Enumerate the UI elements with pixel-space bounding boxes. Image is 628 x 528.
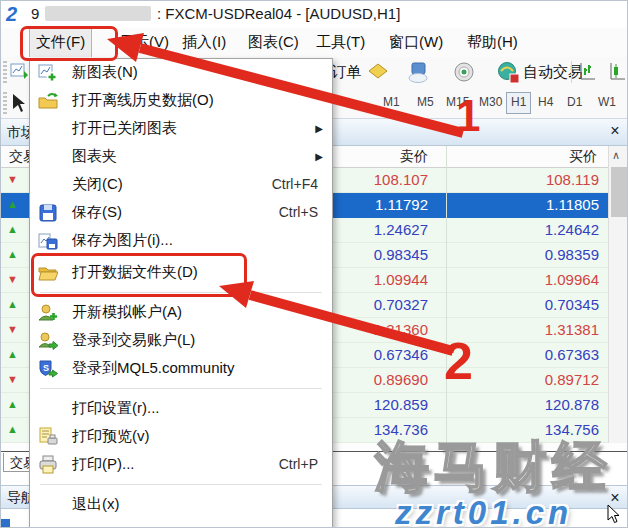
account-number: 9	[31, 5, 39, 22]
candlestick-type-icon[interactable]	[607, 61, 627, 83]
metaeditor-icon[interactable]	[407, 61, 431, 83]
menu-item-label: 登录到MQL5.community	[72, 359, 235, 378]
mouse-cursor	[606, 504, 622, 524]
cursor-tool-icon[interactable]	[10, 93, 28, 113]
save-picture-icon	[38, 231, 58, 251]
new-chart-toolbar-icon[interactable]	[10, 61, 30, 81]
mt4-window: 2 9 : FXCM-USDReal04 - [AUDUSD,H1] 文件(F)…	[0, 0, 628, 528]
mt4-logo-icon: 2	[6, 3, 17, 26]
sell-price: 1.31360	[374, 321, 428, 338]
menu-charts[interactable]: 图表(C)	[248, 28, 299, 56]
timeframe-m1[interactable]: M1	[379, 92, 404, 112]
menu-tools[interactable]: 工具(T)	[316, 28, 365, 56]
watermark-url: zzrt01.cn	[395, 494, 572, 528]
menu-item-label: 打印设置(r)...	[72, 399, 160, 418]
menu-item-close[interactable]: 关闭(C) Ctrl+F4	[30, 171, 332, 199]
menu-item-label: 登录到交易账户(L)	[72, 331, 195, 350]
bar-chart-type-icon[interactable]	[577, 61, 597, 83]
tick-up-icon: ▲	[7, 298, 18, 310]
menu-help[interactable]: 帮助(H)	[467, 28, 518, 56]
menu-item-save-as-picture[interactable]: 保存为图片(i)...	[30, 227, 332, 255]
sell-price: 0.89690	[374, 371, 428, 388]
autotrading-button[interactable]: 自动交易	[523, 63, 583, 82]
menu-shortcut: Ctrl+F4	[272, 176, 318, 192]
new-chart-icon	[38, 63, 58, 83]
menu-item-print-preview[interactable]: 打印预览(v)	[30, 423, 332, 451]
print-preview-icon	[38, 427, 58, 447]
menu-item-login-mql5[interactable]: S 登录到MQL5.community	[30, 355, 332, 383]
buy-price: 0.98359	[545, 246, 599, 263]
scroll-up-icon[interactable]: ∧	[612, 149, 620, 162]
buy-price: 1.31381	[545, 321, 599, 338]
submenu-arrow-icon: ▶	[315, 151, 323, 162]
tick-down-icon: ▼	[7, 273, 18, 285]
buy-price: 108.119	[546, 171, 599, 188]
menu-item-open-offline[interactable]: 打开离线历史数据(O)	[30, 87, 332, 115]
menu-item-label: 新图表(N)	[72, 63, 138, 82]
menu-item-label: 开新模拟帐户(A)	[72, 303, 182, 322]
menu-item-save[interactable]: 保存(S) Ctrl+S	[30, 199, 332, 227]
navigator-selected-item[interactable]	[1, 519, 10, 528]
scrollbar-thumb[interactable]	[611, 167, 627, 217]
menu-item-label: 打印预览(v)	[72, 427, 150, 446]
open-offline-folder-icon	[38, 91, 58, 111]
sell-price: 0.98345	[374, 246, 428, 263]
mql5-icon: S	[38, 359, 58, 379]
menu-item-open-closed-charts[interactable]: 打开已关闭图表 ▶	[30, 115, 332, 143]
sell-price: 120.859	[374, 396, 428, 413]
sell-price: 0.67346	[374, 346, 428, 363]
new-order-icon[interactable]	[367, 61, 389, 83]
menu-item-print-setup[interactable]: 打印设置(r)...	[30, 395, 332, 423]
tick-down-icon: ▼	[7, 173, 18, 185]
timeframe-d1[interactable]: D1	[563, 92, 586, 112]
tick-up-icon: ▲	[7, 198, 18, 210]
timeframe-w1[interactable]: W1	[594, 92, 620, 112]
annotation-step-1: 1	[456, 91, 480, 141]
buy-price: 1.24642	[545, 221, 599, 238]
menu-separator	[30, 383, 332, 395]
menu-shortcut: Ctrl+S	[279, 204, 318, 220]
menu-item-new-chart[interactable]: 新图表(N)	[30, 59, 332, 87]
timeframe-h1[interactable]: H1	[506, 92, 531, 114]
new-account-icon	[38, 303, 58, 323]
column-divider	[446, 146, 447, 443]
timeframe-h4[interactable]: H4	[534, 92, 557, 112]
window-title: : FXCM-USDReal04 - [AUDUSD,H1]	[157, 5, 400, 22]
buy-price: 0.70345	[545, 296, 599, 313]
menu-item-login-trade-account[interactable]: 登录到交易账户(L)	[30, 327, 332, 355]
annotation-box-open-data-folder	[31, 253, 247, 297]
menu-item-exit[interactable]: 退出(x)	[30, 491, 332, 519]
menu-item-open-demo-account[interactable]: 开新模拟帐户(A)	[30, 299, 332, 327]
timeframe-m5[interactable]: M5	[413, 92, 438, 112]
tick-up-icon: ▲	[7, 348, 18, 360]
menu-item-label: 打印(P)...	[72, 455, 135, 474]
menu-item-label: 打开离线历史数据(O)	[72, 91, 214, 110]
new-order-button[interactable]: 订单	[331, 63, 361, 82]
tick-down-icon: ▼	[7, 323, 18, 335]
svg-text:S: S	[43, 363, 49, 373]
annotation-step-2: 2	[444, 331, 473, 391]
toolbar-grip[interactable]	[3, 61, 7, 83]
print-icon	[38, 455, 58, 475]
menu-separator	[30, 479, 332, 491]
tick-up-icon: ▲	[7, 223, 18, 235]
close-icon[interactable]: ×	[607, 122, 623, 140]
menu-item-label: 打开已关闭图表	[72, 119, 177, 138]
menu-shortcut: Ctrl+P	[279, 456, 318, 472]
menu-insert[interactable]: 插入(I)	[182, 28, 226, 56]
menu-item-print[interactable]: 打印(P)... Ctrl+P	[30, 451, 332, 479]
menu-item-label: 退出(x)	[72, 495, 120, 514]
column-sell[interactable]: 卖价	[400, 148, 428, 166]
menu-item-profiles[interactable]: 图表夹 ▶	[30, 143, 332, 171]
symbol-combo-dropdown-icon[interactable]: ▼	[345, 100, 353, 109]
tick-up-icon: ▲	[7, 398, 18, 410]
menu-window[interactable]: 窗口(W)	[389, 28, 443, 56]
login-account-icon	[38, 331, 58, 351]
menu-item-label: 关闭(C)	[72, 175, 123, 194]
toolbar-grip[interactable]	[3, 92, 7, 114]
buy-price: 1.11805	[546, 196, 599, 213]
menu-view[interactable]: 显示(V)	[119, 28, 169, 56]
column-buy[interactable]: 买价	[569, 148, 597, 166]
market-target-icon[interactable]	[453, 61, 475, 83]
autotrading-icon[interactable]	[497, 61, 521, 84]
